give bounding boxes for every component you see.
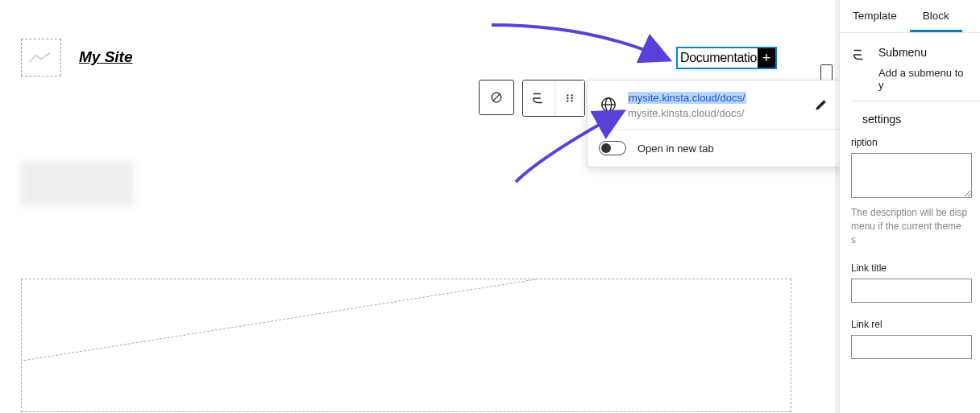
block-title: Submenu	[878, 46, 927, 59]
pencil-icon	[813, 97, 829, 113]
globe-icon	[599, 95, 618, 114]
link-url[interactable]: mysite.kinsta.cloud/docs/	[628, 92, 746, 104]
nav-item-label: Documentatio	[680, 51, 757, 65]
submenu-icon	[530, 89, 548, 107]
toolbar-drag-handle[interactable]	[555, 81, 584, 116]
blurred-region	[21, 161, 134, 206]
adjacent-placeholder	[820, 64, 833, 81]
chart-placeholder-icon	[28, 48, 54, 68]
nav-item-documentation[interactable]: Documentatio +	[676, 47, 777, 69]
link-popover: mysite.kinsta.cloud/docs/ mysite.kinsta.…	[587, 80, 874, 167]
editor-canvas[interactable]: My Site Documentatio + mysite.kinsta.clo…	[0, 0, 836, 413]
open-new-tab-label: Open in new tab	[637, 142, 714, 155]
sidebar-scrollbar[interactable]	[835, 0, 840, 413]
link-row: mysite.kinsta.cloud/docs/ mysite.kinsta.…	[588, 81, 873, 130]
toolbar-block-type-button[interactable]	[479, 80, 514, 115]
block-toolbar	[479, 80, 585, 117]
block-description: Add a submenu to y	[840, 67, 980, 101]
toolbar-submenu-button[interactable]	[523, 81, 555, 116]
description-hint: The description will be disp menu if the…	[851, 201, 980, 258]
link-info: mysite.kinsta.cloud/docs/ mysite.kinsta.…	[628, 90, 804, 119]
add-block-button[interactable]: +	[758, 48, 775, 68]
submenu-icon	[851, 46, 869, 64]
block-header: Submenu	[840, 33, 980, 70]
link-title-input[interactable]	[851, 279, 972, 303]
no-symbol-icon	[488, 89, 505, 105]
tab-block[interactable]: Block	[910, 0, 962, 32]
annotation-arrow-1	[485, 19, 675, 67]
link-rel-label: Link rel	[851, 314, 980, 335]
svg-point-6	[567, 100, 568, 101]
svg-point-5	[571, 97, 572, 99]
description-textarea[interactable]	[851, 153, 972, 198]
toggle-knob	[601, 143, 611, 153]
site-title[interactable]: My Site	[79, 48, 133, 66]
svg-point-2	[567, 94, 568, 96]
edit-link-button[interactable]	[812, 95, 831, 114]
site-logo-placeholder[interactable]	[21, 39, 61, 76]
plus-icon: +	[762, 50, 771, 67]
svg-point-3	[571, 94, 572, 96]
link-path: mysite.kinsta.cloud/docs/	[628, 107, 804, 119]
open-new-tab-toggle[interactable]	[599, 141, 626, 155]
settings-heading: settings	[851, 101, 980, 132]
svg-line-1	[493, 94, 500, 101]
tab-template[interactable]: Template	[840, 0, 910, 32]
toolbar-submenu-group	[522, 80, 585, 117]
drag-handle-icon	[564, 93, 575, 104]
svg-point-4	[567, 97, 568, 99]
link-title-label: Link title	[851, 258, 980, 279]
sidebar-tabs: Template Block	[840, 0, 980, 33]
content-placeholder[interactable]	[21, 279, 791, 412]
settings-sidebar: Template Block Submenu Add a submenu to …	[839, 0, 980, 413]
svg-point-7	[571, 100, 572, 101]
link-rel-input[interactable]	[851, 335, 972, 359]
open-new-tab-row: Open in new tab	[588, 130, 873, 167]
description-field-label: ription	[851, 132, 980, 153]
